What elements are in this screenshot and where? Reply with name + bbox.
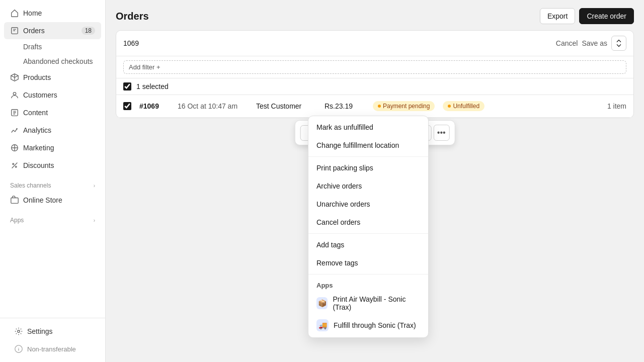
apps-section-label: Apps bbox=[308, 277, 428, 291]
sidebar-item-home[interactable]: Home bbox=[4, 5, 101, 22]
svg-rect-6 bbox=[11, 198, 18, 204]
sidebar-item-settings[interactable]: Settings bbox=[8, 323, 97, 340]
header-actions: Export Create order bbox=[540, 8, 634, 24]
svg-point-3 bbox=[16, 128, 18, 130]
marketing-icon bbox=[10, 143, 19, 152]
sidebar-item-customers[interactable]: Customers bbox=[4, 86, 101, 104]
sidebar-analytics-label: Analytics bbox=[23, 126, 51, 134]
selection-bar: 1 selected bbox=[116, 78, 633, 95]
svg-point-1 bbox=[13, 93, 16, 95]
add-filter-label: Add filter + bbox=[129, 63, 160, 71]
sidebar-item-online-store[interactable]: Online Store bbox=[4, 192, 101, 209]
main-content: Orders Export Create order Cancel Save a… bbox=[106, 0, 644, 362]
sidebar-item-products[interactable]: Products bbox=[4, 69, 101, 86]
products-icon bbox=[10, 73, 19, 82]
order-row: #1069 16 Oct at 10:47 am Test Customer R… bbox=[116, 95, 633, 118]
sidebar-item-marketing[interactable]: Marketing bbox=[4, 139, 101, 156]
create-order-button[interactable]: Create order bbox=[579, 8, 634, 24]
orders-card: Cancel Save as Add filter + 1 selected #… bbox=[116, 30, 634, 118]
sidebar-settings-label: Settings bbox=[27, 327, 53, 335]
orders-badge: 18 bbox=[82, 27, 95, 35]
order-customer: Test Customer bbox=[256, 102, 316, 110]
sidebar-online-store-label: Online Store bbox=[23, 196, 62, 204]
dropdown-menu: Mark as unfulfilled Change fulfillment l… bbox=[308, 116, 429, 338]
apps-chevron: › bbox=[94, 218, 95, 223]
sidebar-item-abandoned[interactable]: Abandoned checkouts bbox=[4, 54, 101, 68]
payment-status-label: Payment pending bbox=[383, 103, 430, 110]
sidebar-nav: Home Orders 18 Drafts Abandoned checkout… bbox=[0, 0, 105, 318]
search-input[interactable] bbox=[123, 39, 552, 47]
print-air-icon: 📦 bbox=[316, 297, 328, 309]
svg-point-7 bbox=[18, 330, 20, 333]
order-amount: Rs.23.19 bbox=[325, 102, 365, 110]
sort-button[interactable] bbox=[611, 36, 626, 51]
settings-icon bbox=[14, 327, 23, 336]
sidebar: Home Orders 18 Drafts Abandoned checkout… bbox=[0, 0, 106, 362]
order-id[interactable]: #1069 bbox=[139, 102, 170, 110]
dropdown-divider-3 bbox=[308, 274, 428, 275]
discounts-icon bbox=[10, 161, 19, 170]
sidebar-item-non-transferable[interactable]: Non-transferable bbox=[8, 340, 97, 357]
sidebar-marketing-label: Marketing bbox=[23, 144, 54, 152]
print-air-label: Print Air Waybill - Sonic (Trax) bbox=[333, 295, 420, 311]
sidebar-item-content[interactable]: Content bbox=[4, 104, 101, 121]
content-icon bbox=[10, 108, 19, 117]
sidebar-item-drafts[interactable]: Drafts bbox=[4, 40, 101, 54]
svg-point-4 bbox=[13, 163, 14, 165]
sidebar-item-analytics[interactable]: Analytics bbox=[4, 122, 101, 139]
sidebar-orders-label: Orders bbox=[23, 27, 45, 35]
apps-section[interactable]: Apps › bbox=[4, 213, 101, 226]
sidebar-customers-label: Customers bbox=[23, 91, 57, 99]
dropdown-item-mark-unfulfilled[interactable]: Mark as unfulfilled bbox=[308, 118, 428, 136]
more-actions-button[interactable]: ••• bbox=[433, 125, 449, 141]
sidebar-discounts-label: Discounts bbox=[23, 161, 54, 169]
save-as-button[interactable]: Save as bbox=[582, 39, 607, 47]
sidebar-content-label: Content bbox=[23, 109, 48, 117]
sales-channels-section[interactable]: Sales channels › bbox=[4, 178, 101, 191]
dropdown-item-add-tags[interactable]: Add tags bbox=[308, 236, 428, 254]
orders-icon bbox=[10, 26, 19, 35]
payment-status-dot bbox=[378, 105, 381, 108]
online-store-icon bbox=[10, 196, 19, 205]
svg-point-5 bbox=[15, 166, 17, 167]
selected-count-label: 1 selected bbox=[136, 82, 169, 90]
export-button[interactable]: Export bbox=[540, 8, 575, 24]
select-all-checkbox[interactable] bbox=[123, 82, 131, 90]
dropdown-item-unarchive[interactable]: Unarchive orders bbox=[308, 195, 428, 213]
page-title: Orders bbox=[116, 11, 149, 22]
drafts-label: Drafts bbox=[23, 43, 42, 51]
add-filter-row: Add filter + bbox=[116, 56, 633, 78]
cancel-filter-button[interactable]: Cancel bbox=[556, 39, 578, 47]
more-dots-icon: ••• bbox=[437, 128, 446, 137]
abandoned-label: Abandoned checkouts bbox=[23, 57, 93, 65]
sidebar-item-orders[interactable]: Orders 18 bbox=[4, 22, 101, 39]
customers-icon bbox=[10, 90, 19, 100]
fulfillment-status-badge: Unfulfilled bbox=[443, 101, 485, 111]
fulfillment-status-dot bbox=[448, 105, 451, 108]
dropdown-app-print-air[interactable]: 📦 Print Air Waybill - Sonic (Trax) bbox=[308, 291, 428, 315]
add-filter-button[interactable]: Add filter + bbox=[123, 60, 626, 74]
payment-status-badge: Payment pending bbox=[373, 101, 435, 111]
sidebar-item-discounts[interactable]: Discounts bbox=[4, 157, 101, 174]
dropdown-app-fulfill-sonic[interactable]: 🚚 Fulfill through Sonic (Trax) bbox=[308, 315, 428, 335]
sales-channels-chevron: › bbox=[94, 183, 95, 189]
order-date: 16 Oct at 10:47 am bbox=[178, 102, 248, 110]
dropdown-item-change-location[interactable]: Change fulfillment location bbox=[308, 136, 428, 154]
sidebar-footer: Settings Non-transferable bbox=[0, 318, 105, 362]
page-header: Orders Export Create order bbox=[106, 0, 644, 30]
sales-channels-label: Sales channels bbox=[10, 182, 51, 189]
order-checkbox[interactable] bbox=[123, 102, 131, 110]
dropdown-item-cancel-orders[interactable]: Cancel orders bbox=[308, 213, 428, 231]
analytics-icon bbox=[10, 126, 19, 135]
non-transferable-label: Non-transferable bbox=[27, 345, 76, 353]
fulfill-sonic-label: Fulfill through Sonic (Trax) bbox=[334, 321, 416, 329]
dropdown-item-archive[interactable]: Archive orders bbox=[308, 177, 428, 195]
sidebar-home-label: Home bbox=[23, 9, 42, 17]
apps-label: Apps bbox=[10, 217, 24, 224]
order-items: 1 item bbox=[607, 102, 626, 110]
dropdown-item-remove-tags[interactable]: Remove tags bbox=[308, 254, 428, 272]
dropdown-item-print-slips[interactable]: Print packing slips bbox=[308, 159, 428, 177]
fulfillment-status-label: Unfulfilled bbox=[453, 103, 479, 110]
dropdown-divider-1 bbox=[308, 156, 428, 157]
sort-icon bbox=[615, 39, 623, 47]
